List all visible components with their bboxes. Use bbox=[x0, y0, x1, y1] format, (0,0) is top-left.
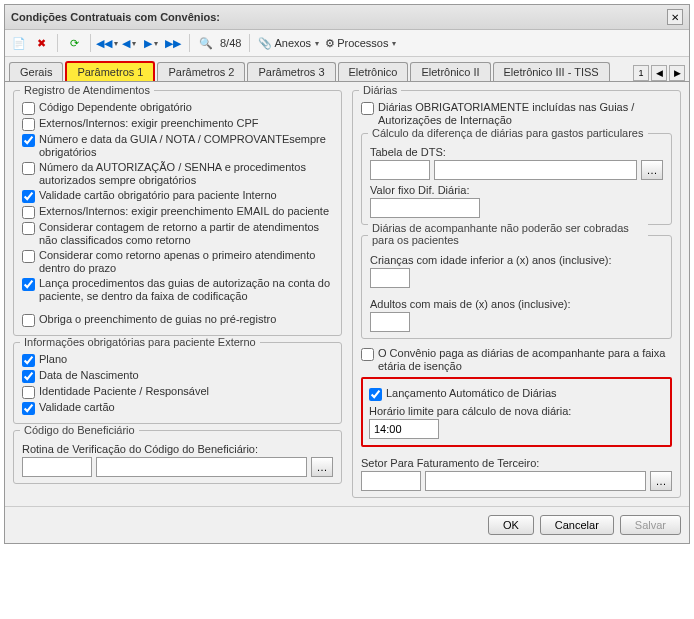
setor-code-input[interactable] bbox=[361, 471, 421, 491]
rotina-desc-input[interactable] bbox=[96, 457, 307, 477]
chk-numero-guia[interactable] bbox=[22, 134, 35, 147]
tab-eletronico-3-tiss[interactable]: Eletrônico III - TISS bbox=[493, 62, 610, 81]
group-acompanhante: Diárias de acompanhante não poderão ser … bbox=[361, 235, 672, 339]
adultos-input[interactable] bbox=[370, 312, 410, 332]
tab-bar: Gerais Parâmetros 1 Parâmetros 2 Parâmet… bbox=[5, 57, 689, 82]
tab-scroll-right-icon[interactable]: ▶ bbox=[669, 65, 685, 81]
chk-externos-email[interactable] bbox=[22, 206, 35, 219]
chk-convenio-paga[interactable] bbox=[361, 348, 374, 361]
next-icon[interactable]: ▶ bbox=[143, 35, 159, 51]
dts-code-input[interactable] bbox=[370, 160, 430, 180]
group-diarias: Diárias Diárias OBRIGATORIAMENTE incluíd… bbox=[352, 90, 681, 498]
window-title: Condições Contratuais com Convênios: bbox=[11, 11, 220, 23]
tabela-dts-label: Tabela de DTS: bbox=[370, 146, 663, 158]
first-icon[interactable]: ◀◀ bbox=[99, 35, 115, 51]
setor-lookup-button[interactable]: … bbox=[650, 471, 672, 491]
tab-eletronico[interactable]: Eletrônico bbox=[338, 62, 409, 81]
delete-icon[interactable]: ✖ bbox=[33, 35, 49, 51]
right-column: Diárias Diárias OBRIGATORIAMENTE incluíd… bbox=[352, 90, 681, 498]
chk-plano[interactable] bbox=[22, 354, 35, 367]
chk-validade-interno[interactable] bbox=[22, 190, 35, 203]
new-icon[interactable]: 📄 bbox=[11, 35, 27, 51]
criancas-label: Crianças com idade inferior a (x) anos (… bbox=[370, 254, 663, 266]
chk-diarias-obrig[interactable] bbox=[361, 102, 374, 115]
last-icon[interactable]: ▶▶ bbox=[165, 35, 181, 51]
tab-scroll-left-icon[interactable]: ◀ bbox=[651, 65, 667, 81]
content-area: Registro de Atendimentos Código Dependen… bbox=[5, 82, 689, 506]
group-title: Cálculo da diferença de diárias para gas… bbox=[368, 127, 648, 139]
tab-parametros-1[interactable]: Parâmetros 1 bbox=[65, 61, 155, 81]
left-column: Registro de Atendimentos Código Dependen… bbox=[13, 90, 342, 498]
chk-externos-cpf[interactable] bbox=[22, 118, 35, 131]
chk-retorno-primeiro[interactable] bbox=[22, 250, 35, 263]
titlebar: Condições Contratuais com Convênios: ✕ bbox=[5, 5, 689, 30]
cancel-button[interactable]: Cancelar bbox=[540, 515, 614, 535]
tab-gerais[interactable]: Gerais bbox=[9, 62, 63, 81]
group-title: Diárias bbox=[359, 84, 401, 96]
chk-obriga-guias[interactable] bbox=[22, 314, 35, 327]
dialog-window: Condições Contratuais com Convênios: ✕ 📄… bbox=[4, 4, 690, 544]
tab-parametros-3[interactable]: Parâmetros 3 bbox=[247, 62, 335, 81]
criancas-input[interactable] bbox=[370, 268, 410, 288]
group-title: Informações obrigatórias para paciente E… bbox=[20, 336, 260, 348]
chk-contagem-retorno[interactable] bbox=[22, 222, 35, 235]
button-bar: OK Cancelar Salvar bbox=[5, 506, 689, 543]
dts-desc-input[interactable] bbox=[434, 160, 637, 180]
group-title: Registro de Atendimentos bbox=[20, 84, 154, 96]
group-registro-atendimentos: Registro de Atendimentos Código Dependen… bbox=[13, 90, 342, 336]
save-button[interactable]: Salvar bbox=[620, 515, 681, 535]
refresh-icon[interactable]: ⟳ bbox=[66, 35, 82, 51]
dts-lookup-button[interactable]: … bbox=[641, 160, 663, 180]
tab-parametros-2[interactable]: Parâmetros 2 bbox=[157, 62, 245, 81]
valor-fixo-label: Valor fixo Dif. Diária: bbox=[370, 184, 663, 196]
rotina-code-input[interactable] bbox=[22, 457, 92, 477]
group-codigo-beneficiario: Código do Beneficiário Rotina de Verific… bbox=[13, 430, 342, 484]
toolbar: 📄 ✖ ⟳ ◀◀ ◀ ▶ ▶▶ 🔍 8/48 📎Anexos ⚙Processo… bbox=[5, 30, 689, 57]
group-title: Código do Beneficiário bbox=[20, 424, 139, 436]
chk-validade-cartao[interactable] bbox=[22, 402, 35, 415]
group-calc-diferenca: Cálculo da diferença de diárias para gas… bbox=[361, 133, 672, 225]
record-counter: 8/48 bbox=[220, 37, 241, 49]
valor-fixo-input[interactable] bbox=[370, 198, 480, 218]
chk-lanca-proc[interactable] bbox=[22, 278, 35, 291]
search-icon[interactable]: 🔍 bbox=[198, 35, 214, 51]
horario-label: Horário limite para cálculo de nova diár… bbox=[369, 405, 664, 417]
adultos-label: Adultos com mais de (x) anos (inclusive)… bbox=[370, 298, 663, 310]
chk-codigo-dependente[interactable] bbox=[22, 102, 35, 115]
chk-data-nasc[interactable] bbox=[22, 370, 35, 383]
setor-desc-input[interactable] bbox=[425, 471, 646, 491]
prev-icon[interactable]: ◀ bbox=[121, 35, 137, 51]
tab-extra[interactable]: 1 bbox=[633, 65, 649, 81]
chk-identidade[interactable] bbox=[22, 386, 35, 399]
lancamento-auto-box: Lançamento Automático de Diárias Horário… bbox=[361, 377, 672, 447]
rotina-lookup-button[interactable]: … bbox=[311, 457, 333, 477]
group-info-externo: Informações obrigatórias para paciente E… bbox=[13, 342, 342, 424]
group-title: Diárias de acompanhante não poderão ser … bbox=[368, 222, 648, 246]
setor-label: Setor Para Faturamento de Terceiro: bbox=[361, 457, 672, 469]
ok-button[interactable]: OK bbox=[488, 515, 534, 535]
chk-lancamento-auto[interactable] bbox=[369, 388, 382, 401]
horario-input[interactable] bbox=[369, 419, 439, 439]
tab-eletronico-2[interactable]: Eletrônico II bbox=[410, 62, 490, 81]
close-icon[interactable]: ✕ bbox=[667, 9, 683, 25]
chk-autorizacao[interactable] bbox=[22, 162, 35, 175]
rotina-label: Rotina de Verificação do Código do Benef… bbox=[22, 443, 333, 455]
processos-dropdown[interactable]: ⚙Processos bbox=[325, 37, 396, 50]
anexos-dropdown[interactable]: 📎Anexos bbox=[258, 37, 319, 50]
